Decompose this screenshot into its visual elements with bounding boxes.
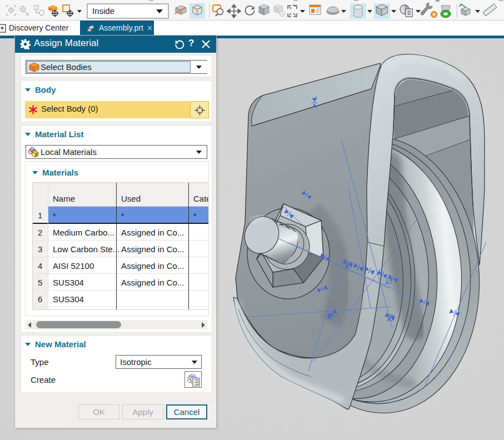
svg-text:Inside: Inside bbox=[92, 6, 114, 16]
